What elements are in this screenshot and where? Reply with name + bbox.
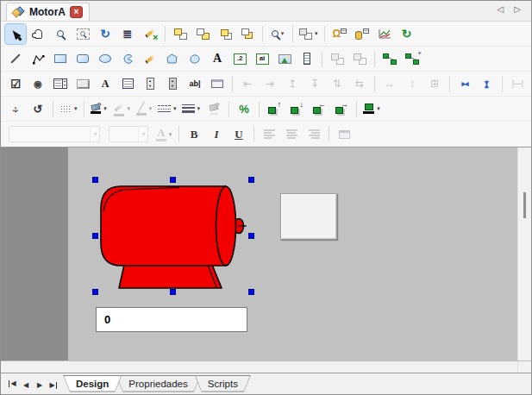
display-tool[interactable]: .2 bbox=[229, 49, 250, 69]
selection-handle-n[interactable] bbox=[170, 177, 176, 183]
same-width-button[interactable]: ↔ bbox=[379, 74, 400, 94]
polygon-tool[interactable] bbox=[162, 49, 183, 69]
line-tool[interactable] bbox=[5, 49, 26, 69]
send-to-back-button[interactable] bbox=[192, 24, 213, 44]
shift-down-button[interactable]: ↓ bbox=[286, 99, 307, 119]
recipe-browser-button[interactable]: ↻ bbox=[397, 24, 417, 44]
percent-fill-button[interactable]: % bbox=[234, 99, 254, 119]
selection-handle-ne[interactable] bbox=[248, 177, 254, 183]
text-align-center-button[interactable] bbox=[281, 124, 302, 144]
center-horizontal-screen-button[interactable]: ▸◂ bbox=[454, 74, 475, 94]
default-color-dropdown[interactable]: ▾ bbox=[361, 99, 382, 119]
center-vertical-button[interactable]: ⇅ bbox=[327, 74, 347, 94]
same-height-button[interactable]: ↕ bbox=[402, 74, 422, 94]
line-width-dropdown[interactable]: ▾ bbox=[180, 99, 203, 119]
design-canvas[interactable]: 0 bbox=[1, 147, 517, 361]
connect-object-tool[interactable] bbox=[379, 49, 400, 69]
bold-button[interactable]: B bbox=[184, 124, 204, 144]
view-tab-propriedades[interactable]: Propriedades bbox=[116, 375, 200, 392]
motor-shape[interactable] bbox=[95, 182, 250, 291]
scroll-tabs-right-button[interactable]: ▷ bbox=[514, 5, 521, 14]
polyline-tool[interactable] bbox=[28, 49, 48, 69]
combobox-tool[interactable]: ▲▼ bbox=[50, 74, 71, 94]
nudge-tool[interactable]: ↔↕ bbox=[5, 99, 26, 119]
horizontal-scrollbar[interactable] bbox=[1, 361, 517, 373]
font-color-dropdown[interactable]: A▾ bbox=[153, 124, 174, 144]
line-color-dropdown[interactable]: ╱▾ bbox=[134, 99, 154, 119]
query-browser-button[interactable] bbox=[352, 24, 372, 44]
go-first-button[interactable]: ◀ bbox=[5, 377, 19, 391]
shift-up-button[interactable]: ↑ bbox=[264, 99, 285, 119]
fill-color-dropdown[interactable]: ▾ bbox=[89, 99, 110, 119]
closed-curve-tool[interactable] bbox=[185, 49, 205, 69]
send-backward-button[interactable] bbox=[237, 24, 258, 44]
rotate-angle-tool[interactable]: ↺ bbox=[28, 99, 48, 119]
frame-tool[interactable] bbox=[207, 74, 228, 94]
rounded-rectangle-tool[interactable] bbox=[72, 49, 93, 69]
checkbox-tool[interactable]: ☑ bbox=[5, 74, 26, 94]
align-left-button[interactable]: ⇤ bbox=[237, 74, 258, 94]
tab-order-tool[interactable]: ≣ bbox=[117, 24, 138, 44]
command-button-tool[interactable] bbox=[72, 74, 93, 94]
bring-forward-button[interactable] bbox=[215, 24, 235, 44]
listbox-tool[interactable] bbox=[117, 74, 138, 94]
pan-tool[interactable] bbox=[28, 24, 48, 44]
group-button[interactable] bbox=[327, 49, 347, 69]
scroll-tabs-left-button[interactable]: ◁ bbox=[498, 5, 504, 14]
edit-tool[interactable]: ab| bbox=[185, 74, 205, 94]
ungroup-button[interactable] bbox=[349, 49, 370, 69]
space-across-button[interactable] bbox=[507, 74, 528, 94]
selection-handle-s[interactable] bbox=[170, 289, 176, 295]
italic-button[interactable]: I bbox=[206, 124, 227, 144]
select-tool[interactable] bbox=[5, 24, 26, 44]
selection-handle-sw[interactable] bbox=[92, 289, 98, 295]
go-previous-button[interactable]: ◀ bbox=[19, 379, 33, 392]
selection-handle-e[interactable] bbox=[248, 233, 254, 239]
scale-tool[interactable] bbox=[297, 49, 317, 69]
align-right-button[interactable]: ⇥ bbox=[260, 74, 280, 94]
scrollbar-tool[interactable]: ▲▼ bbox=[162, 74, 183, 94]
view-tab-design[interactable]: Design bbox=[63, 375, 122, 392]
font-size-combobox[interactable]: ▾ bbox=[105, 124, 152, 144]
view-tab-scripts[interactable]: Scripts bbox=[195, 375, 251, 392]
text-align-left-button[interactable] bbox=[259, 124, 279, 144]
font-name-combobox[interactable]: ▾ bbox=[5, 124, 103, 144]
updown-tool[interactable]: ▲▼ bbox=[140, 74, 160, 94]
fill-effects-button[interactable]: … bbox=[203, 99, 224, 119]
rectangle-tool[interactable] bbox=[50, 49, 71, 69]
label-tool[interactable]: A bbox=[95, 74, 116, 94]
textbox-tool[interactable]: al bbox=[252, 49, 272, 69]
arc-tool[interactable] bbox=[117, 49, 138, 69]
shift-right-button[interactable]: → bbox=[331, 99, 352, 119]
ellipse-tool[interactable] bbox=[95, 49, 116, 69]
text-tool[interactable]: A bbox=[207, 49, 228, 69]
line-style-dropdown[interactable]: ▾ bbox=[156, 99, 178, 119]
text-align-right-button[interactable] bbox=[304, 124, 324, 144]
picture-tool[interactable] bbox=[274, 49, 295, 69]
send-to-window-button[interactable] bbox=[334, 124, 354, 144]
shift-left-button[interactable]: ← bbox=[309, 99, 329, 119]
selection-handle-nw[interactable] bbox=[92, 177, 98, 183]
zoom-tool[interactable] bbox=[50, 24, 71, 44]
align-bottom-button[interactable]: ↧ bbox=[304, 74, 325, 94]
freehand-tool[interactable] bbox=[140, 49, 160, 69]
zoom-level-dropdown[interactable]: ▾ bbox=[267, 24, 288, 44]
vertical-scrollbar[interactable] bbox=[517, 147, 531, 361]
group-select-dropdown[interactable]: ▾ bbox=[297, 24, 320, 44]
document-tab-motora[interactable]: MotorA × bbox=[6, 3, 90, 21]
vertical-scrollbar-thumb[interactable] bbox=[523, 192, 526, 218]
zoom-area-tool[interactable] bbox=[72, 24, 93, 44]
go-next-button[interactable]: ▶ bbox=[33, 379, 47, 392]
connect-object-add-tool[interactable] bbox=[402, 49, 422, 69]
close-tab-button[interactable]: × bbox=[70, 6, 83, 18]
radio-button-tool[interactable]: ◉ bbox=[28, 74, 48, 94]
alarm-browser-button[interactable]: Ω bbox=[329, 24, 350, 44]
center-horizontal-button[interactable]: ⇆ bbox=[349, 74, 370, 94]
rotate-tool[interactable]: ↻ bbox=[95, 24, 116, 44]
align-top-button[interactable]: ↥ bbox=[282, 74, 303, 94]
center-vertical-screen-button[interactable]: ▸◂ bbox=[477, 74, 498, 94]
chart-browser-button[interactable] bbox=[374, 24, 395, 44]
toggle-edit-mode-tool[interactable]: × bbox=[140, 24, 160, 44]
go-last-button[interactable]: ▶ bbox=[47, 379, 60, 392]
underline-button[interactable]: U bbox=[228, 124, 249, 144]
